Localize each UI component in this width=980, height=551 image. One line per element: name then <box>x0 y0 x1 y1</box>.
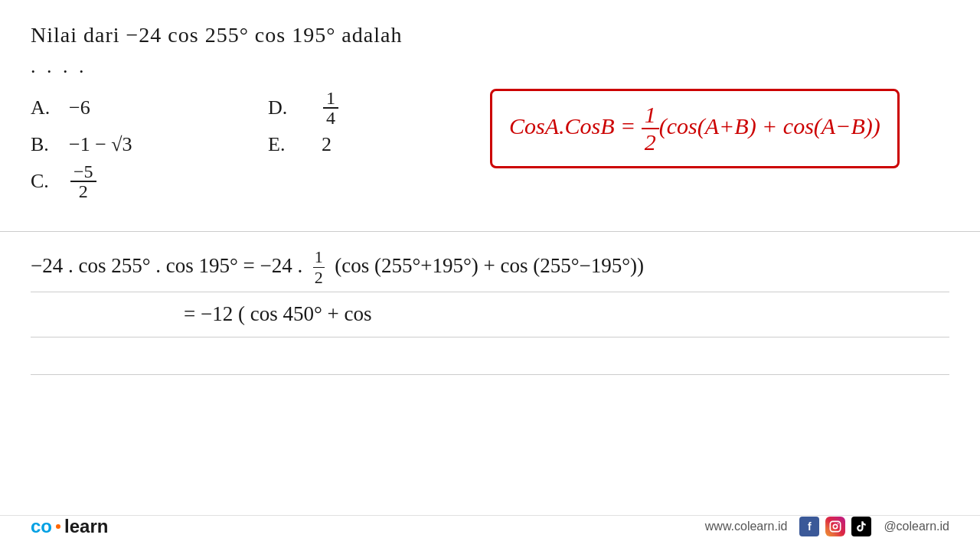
brand-co: co <box>31 516 52 537</box>
option-e-label: E. <box>268 133 306 156</box>
divider-sol-3 <box>31 374 949 375</box>
if-den: 2 <box>313 268 325 288</box>
divider-sol-1 <box>31 292 949 292</box>
social-handle: @colearn.id <box>884 520 949 533</box>
instagram-icon <box>825 517 845 536</box>
facebook-icon: f <box>799 517 819 536</box>
option-d-value: 1 4 <box>322 89 475 127</box>
empty-row-1 <box>31 341 949 371</box>
divider-1 <box>0 231 980 232</box>
formula-box: CosA.CosB = 1 2 (cos(A+B) + cos(A−B)) <box>490 89 900 168</box>
option-e-value: 2 <box>322 133 475 156</box>
question-text: Nilai dari −24 cos 255° cos 195° adalah <box>31 23 949 47</box>
brand-dot-icon <box>56 524 60 529</box>
option-b-value: −1 − √3 <box>69 133 222 156</box>
option-c-label: C. <box>31 170 69 193</box>
solution-row-1: −24 . cos 255° . cos 195° = −24 . 1 2 (c… <box>31 247 949 289</box>
option-d-label: D. <box>268 96 306 119</box>
option-a-label: A. <box>31 96 69 119</box>
fraction-1-4-numerator: 1 <box>323 89 338 109</box>
formula-text: CosA.CosB = 1 2 (cos(A+B) + cos(A−B)) <box>509 102 880 155</box>
svg-point-1 <box>834 524 838 528</box>
solution-text-2: = −12 ( cos 450° + cos <box>184 302 371 326</box>
footer-url: www.colearn.id <box>705 520 788 533</box>
option-a-value: −6 <box>69 96 222 119</box>
empty-row-2 <box>31 378 949 409</box>
solution-row-2: = −12 ( cos 450° + cos <box>31 295 949 334</box>
inline-frac-half: 1 2 <box>313 247 325 289</box>
svg-point-2 <box>838 523 839 525</box>
divider-sol-2 <box>31 337 949 337</box>
brand-learn: learn <box>64 516 108 537</box>
option-b-label: B. <box>31 133 69 156</box>
solution-text-1: −24 . cos 255° . cos 195° = −24 . 1 2 (c… <box>31 247 644 289</box>
svg-rect-0 <box>831 521 841 531</box>
fraction-neg5-2-den: 2 <box>76 182 91 201</box>
option-c-value: −5 2 <box>69 162 222 201</box>
footer-right: www.colearn.id f @colearn.id <box>705 517 949 536</box>
if-num: 1 <box>313 247 325 268</box>
tiktok-icon <box>851 517 871 536</box>
brand-logo: co learn <box>31 516 108 537</box>
fraction-neg5-2: −5 2 <box>70 162 96 201</box>
social-icons: f <box>799 517 871 536</box>
fraction-1-4-denominator: 4 <box>323 109 338 127</box>
fraction-1-4: 1 4 <box>323 89 338 127</box>
dots-text: . . . . <box>31 55 949 78</box>
footer: co learn www.colearn.id f @colearn <box>0 515 980 537</box>
fraction-neg5-2-num: −5 <box>70 162 96 182</box>
